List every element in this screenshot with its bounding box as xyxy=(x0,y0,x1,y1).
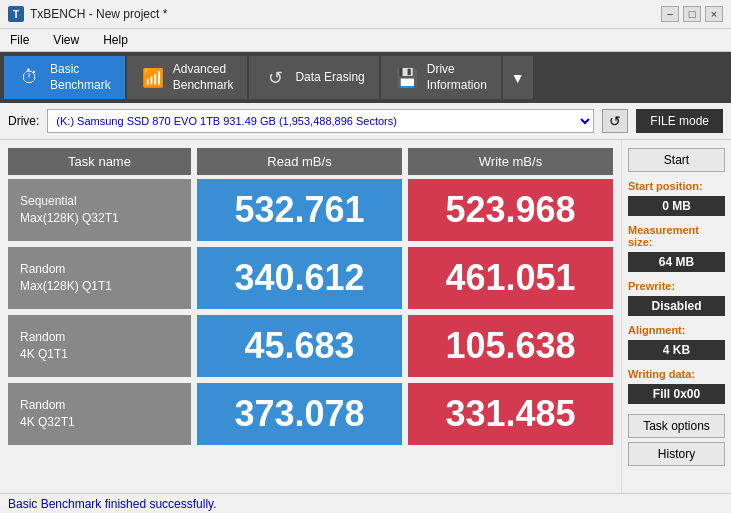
minimize-button[interactable]: − xyxy=(661,6,679,22)
measurement-size-value: 64 MB xyxy=(628,252,725,272)
basic-benchmark-button[interactable]: ⏱ BasicBenchmark xyxy=(4,56,125,99)
sidebar: Start Start position: 0 MB Measurement s… xyxy=(621,140,731,493)
main-content: Task name Read mB/s Write mB/s Sequentia… xyxy=(0,140,731,493)
start-position-label: Start position: xyxy=(628,180,725,192)
maximize-button[interactable]: □ xyxy=(683,6,701,22)
history-button[interactable]: History xyxy=(628,442,725,466)
read-cell-0: 532.761 xyxy=(197,179,402,241)
window-title: TxBENCH - New project * xyxy=(30,7,167,21)
drive-information-label: DriveInformation xyxy=(427,62,487,93)
table-row: Random4K Q32T1 373.078 331.485 xyxy=(8,383,613,445)
column-header-write: Write mB/s xyxy=(408,148,613,175)
file-mode-button[interactable]: FILE mode xyxy=(636,109,723,133)
read-cell-2: 45.683 xyxy=(197,315,402,377)
read-cell-1: 340.612 xyxy=(197,247,402,309)
advanced-benchmark-icon: 📶 xyxy=(141,66,165,90)
menu-view[interactable]: View xyxy=(47,31,85,49)
close-button[interactable]: × xyxy=(705,6,723,22)
alignment-label: Alignment: xyxy=(628,324,725,336)
read-cell-3: 373.078 xyxy=(197,383,402,445)
toolbar: ⏱ BasicBenchmark 📶 AdvancedBenchmark ↺ D… xyxy=(0,52,731,103)
title-bar: T TxBENCH - New project * − □ × xyxy=(0,0,731,29)
column-header-read: Read mB/s xyxy=(197,148,402,175)
advanced-benchmark-label: AdvancedBenchmark xyxy=(173,62,234,93)
drive-information-button[interactable]: 💾 DriveInformation xyxy=(381,56,501,99)
prewrite-label: Prewrite: xyxy=(628,280,725,292)
column-header-task: Task name xyxy=(8,148,191,175)
task-cell-2: Random4K Q1T1 xyxy=(8,315,191,377)
advanced-benchmark-button[interactable]: 📶 AdvancedBenchmark xyxy=(127,56,248,99)
table-rows: SequentialMax(128K) Q32T1 532.761 523.96… xyxy=(8,179,613,445)
write-cell-0: 523.968 xyxy=(408,179,613,241)
prewrite-value: Disabled xyxy=(628,296,725,316)
task-cell-3: Random4K Q32T1 xyxy=(8,383,191,445)
drive-information-icon: 💾 xyxy=(395,66,419,90)
table-row: Random4K Q1T1 45.683 105.638 xyxy=(8,315,613,377)
table-row: RandomMax(128K) Q1T1 340.612 461.051 xyxy=(8,247,613,309)
measurement-size-label: Measurement size: xyxy=(628,224,725,248)
data-erasing-label: Data Erasing xyxy=(295,70,364,86)
drive-bar: Drive: (K:) Samsung SSD 870 EVO 1TB 931.… xyxy=(0,103,731,140)
writing-data-value: Fill 0x00 xyxy=(628,384,725,404)
task-cell-0: SequentialMax(128K) Q32T1 xyxy=(8,179,191,241)
data-erasing-icon: ↺ xyxy=(263,66,287,90)
menu-file[interactable]: File xyxy=(4,31,35,49)
menu-bar: File View Help xyxy=(0,29,731,52)
basic-benchmark-label: BasicBenchmark xyxy=(50,62,111,93)
window-controls: − □ × xyxy=(661,6,723,22)
start-button[interactable]: Start xyxy=(628,148,725,172)
status-message: Basic Benchmark finished successfully. xyxy=(8,497,217,511)
table-area: Task name Read mB/s Write mB/s Sequentia… xyxy=(0,140,621,493)
task-options-button[interactable]: Task options xyxy=(628,414,725,438)
app-icon: T xyxy=(8,6,24,22)
drive-refresh-button[interactable]: ↺ xyxy=(602,109,628,133)
table-row: SequentialMax(128K) Q32T1 532.761 523.96… xyxy=(8,179,613,241)
status-bar: Basic Benchmark finished successfully. xyxy=(0,493,731,513)
data-erasing-button[interactable]: ↺ Data Erasing xyxy=(249,56,378,99)
drive-select[interactable]: (K:) Samsung SSD 870 EVO 1TB 931.49 GB (… xyxy=(47,109,594,133)
table-header-row: Task name Read mB/s Write mB/s xyxy=(8,148,613,175)
drive-label: Drive: xyxy=(8,114,39,128)
menu-help[interactable]: Help xyxy=(97,31,134,49)
start-position-value: 0 MB xyxy=(628,196,725,216)
alignment-value: 4 KB xyxy=(628,340,725,360)
write-cell-1: 461.051 xyxy=(408,247,613,309)
basic-benchmark-icon: ⏱ xyxy=(18,66,42,90)
writing-data-label: Writing data: xyxy=(628,368,725,380)
toolbar-dropdown-button[interactable]: ▼ xyxy=(503,56,533,99)
task-cell-1: RandomMax(128K) Q1T1 xyxy=(8,247,191,309)
write-cell-2: 105.638 xyxy=(408,315,613,377)
write-cell-3: 331.485 xyxy=(408,383,613,445)
